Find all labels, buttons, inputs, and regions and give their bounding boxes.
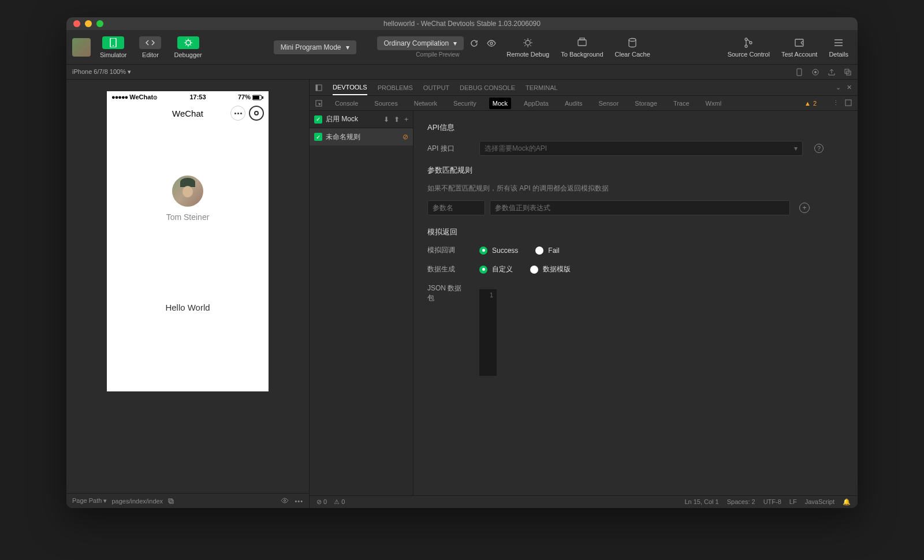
source-control-button[interactable]: Source Control bbox=[724, 35, 773, 60]
svg-point-7 bbox=[629, 38, 636, 41]
subtab-mock[interactable]: Mock bbox=[489, 98, 511, 109]
svg-rect-19 bbox=[262, 96, 263, 99]
param-rules-title: 参数匹配规则 bbox=[427, 165, 844, 176]
page-path-label[interactable]: Page Path ▾ bbox=[72, 497, 107, 505]
data-gen-label: 数据生成 bbox=[427, 264, 468, 274]
device-selector[interactable]: iPhone 6/7/8 100% ▾ bbox=[72, 68, 131, 76]
sub-toolbar: iPhone 6/7/8 100% ▾ bbox=[66, 65, 858, 80]
subtab-sensor[interactable]: Sensor bbox=[595, 98, 622, 109]
upload-icon[interactable]: ⬆ bbox=[394, 115, 400, 124]
chevron-down-icon: ▾ bbox=[346, 43, 349, 51]
param-regex-input[interactable] bbox=[490, 200, 790, 215]
subtab-console[interactable]: Console bbox=[331, 98, 362, 109]
radio-template[interactable]: 数据模版 bbox=[530, 264, 571, 274]
subtab-sources[interactable]: Sources bbox=[371, 98, 401, 109]
radio-success[interactable]: Success bbox=[479, 247, 518, 255]
simulator-button[interactable]: Simulator bbox=[95, 34, 131, 61]
mock-panel: ✓ 启用 Mock ⬇ ⬆ + ✓ 未命名规则 ⊘ bbox=[310, 111, 858, 495]
svg-rect-12 bbox=[797, 69, 802, 76]
share-icon[interactable] bbox=[828, 68, 836, 76]
status-bar: ⊘ 0 ⚠ 0 Ln 15, Col 1 Spaces: 2 UTF-8 LF … bbox=[310, 495, 858, 508]
svg-rect-20 bbox=[169, 499, 172, 502]
editor-button[interactable]: Editor bbox=[135, 34, 166, 61]
cursor-position[interactable]: Ln 15, Col 1 bbox=[684, 498, 718, 506]
chevron-down-icon: ▾ bbox=[794, 144, 798, 152]
help-icon[interactable]: ? bbox=[814, 144, 824, 153]
copy-icon[interactable] bbox=[167, 498, 174, 505]
api-select[interactable]: 选择需要Mock的API ▾ bbox=[479, 141, 803, 156]
json-editor[interactable]: 1 bbox=[479, 289, 497, 376]
warnings-count[interactable]: ⚠ 0 bbox=[334, 498, 345, 506]
svg-rect-21 bbox=[170, 500, 173, 503]
add-rule-icon[interactable]: + bbox=[404, 115, 408, 124]
language-mode[interactable]: JavaScript bbox=[805, 498, 834, 506]
indent-setting[interactable]: Spaces: 2 bbox=[727, 498, 755, 506]
param-rules-desc: 如果不配置匹配规则，所有该 API 的调用都会返回模拟数据 bbox=[427, 184, 844, 193]
dock-icon[interactable] bbox=[845, 99, 852, 106]
inspect-icon[interactable] bbox=[315, 100, 322, 107]
tab-devtools[interactable]: DEVTOOLS bbox=[333, 80, 367, 95]
warning-badge[interactable]: ▲ 2 bbox=[804, 100, 817, 107]
param-name-input[interactable] bbox=[427, 200, 485, 215]
clear-cache-button[interactable]: Clear Cache bbox=[612, 35, 654, 60]
download-icon[interactable]: ⬇ bbox=[383, 115, 389, 124]
test-account-button[interactable]: Test Account bbox=[778, 35, 821, 60]
compilation-dropdown[interactable]: Ordinary Compilation ▾ bbox=[377, 36, 464, 50]
preview-button[interactable] bbox=[485, 36, 498, 50]
popout-icon[interactable] bbox=[844, 68, 852, 76]
svg-rect-24 bbox=[316, 85, 318, 91]
details-button[interactable]: Details bbox=[825, 35, 852, 60]
svg-point-2 bbox=[186, 40, 191, 45]
maximize-window-button[interactable] bbox=[96, 20, 103, 27]
encoding[interactable]: UTF-8 bbox=[763, 498, 781, 506]
page-path-value: pages/index/index bbox=[111, 498, 163, 505]
tab-terminal[interactable]: TERMINAL bbox=[526, 81, 558, 95]
svg-rect-18 bbox=[253, 96, 259, 99]
subtab-wxml[interactable]: Wxml bbox=[702, 98, 725, 109]
tab-debug-console[interactable]: DEBUG CONSOLE bbox=[460, 81, 515, 95]
close-window-button[interactable] bbox=[73, 20, 80, 27]
remote-debug-button[interactable]: Remote Debug bbox=[503, 35, 553, 60]
chevron-down-icon[interactable]: ⌄ bbox=[836, 84, 841, 91]
device-icon[interactable] bbox=[795, 68, 803, 76]
radio-fail[interactable]: Fail bbox=[535, 247, 559, 255]
panel-toggle-icon[interactable] bbox=[315, 84, 322, 91]
bell-icon[interactable]: 🔔 bbox=[843, 498, 851, 506]
to-background-button[interactable]: To Background bbox=[557, 35, 606, 60]
api-info-title: API信息 bbox=[427, 122, 844, 133]
debugger-button[interactable]: Debugger bbox=[169, 34, 206, 61]
phone-nav-title: WeChat bbox=[172, 109, 203, 118]
eol-setting[interactable]: LF bbox=[789, 498, 797, 506]
subtab-storage[interactable]: Storage bbox=[631, 98, 661, 109]
mock-rule-checkbox[interactable]: ✓ bbox=[314, 133, 322, 141]
svg-point-4 bbox=[526, 40, 530, 45]
add-param-button[interactable]: + bbox=[799, 203, 810, 213]
tab-output[interactable]: OUTPUT bbox=[423, 81, 449, 95]
radio-custom[interactable]: 自定义 bbox=[479, 264, 513, 274]
refresh-button[interactable] bbox=[467, 36, 481, 50]
mock-content: API信息 API 接口 选择需要Mock的API ▾ ? 参数匹配规则 如果不… bbox=[413, 111, 858, 495]
subtab-network[interactable]: Network bbox=[411, 98, 441, 109]
errors-count[interactable]: ⊘ 0 bbox=[316, 498, 327, 506]
close-panel-icon[interactable]: ✕ bbox=[847, 84, 852, 91]
api-interface-label: API 接口 bbox=[427, 144, 468, 154]
subtab-security[interactable]: Security bbox=[450, 98, 480, 109]
tab-problems[interactable]: PROBLEMS bbox=[378, 81, 413, 95]
subtab-trace[interactable]: Trace bbox=[670, 98, 693, 109]
user-avatar[interactable] bbox=[72, 38, 91, 57]
minimize-window-button[interactable] bbox=[85, 20, 92, 27]
window-title: helloworld - WeChat Devtools Stable 1.03… bbox=[383, 20, 541, 28]
record-icon[interactable] bbox=[811, 68, 819, 76]
phone-close-button[interactable] bbox=[249, 106, 264, 121]
mock-enable-checkbox[interactable]: ✓ bbox=[314, 115, 322, 124]
mode-dropdown[interactable]: Mini Program Mode ▾ bbox=[274, 40, 356, 54]
phone-simulator[interactable]: ●●●●● WeChat⊙ 17:53 77% WeChat Tom Stein… bbox=[107, 91, 269, 391]
subtab-appdata[interactable]: AppData bbox=[520, 98, 552, 109]
visibility-icon[interactable] bbox=[281, 498, 289, 503]
subtab-audits[interactable]: Audits bbox=[561, 98, 586, 109]
more-icon[interactable]: ••• bbox=[295, 498, 303, 505]
kebab-menu-icon[interactable]: ⋮ bbox=[833, 99, 839, 107]
mock-rule-item[interactable]: ✓ 未命名规则 ⊘ bbox=[310, 128, 413, 145]
mock-callback-label: 模拟回调 bbox=[427, 245, 468, 255]
phone-menu-button[interactable] bbox=[230, 106, 245, 121]
